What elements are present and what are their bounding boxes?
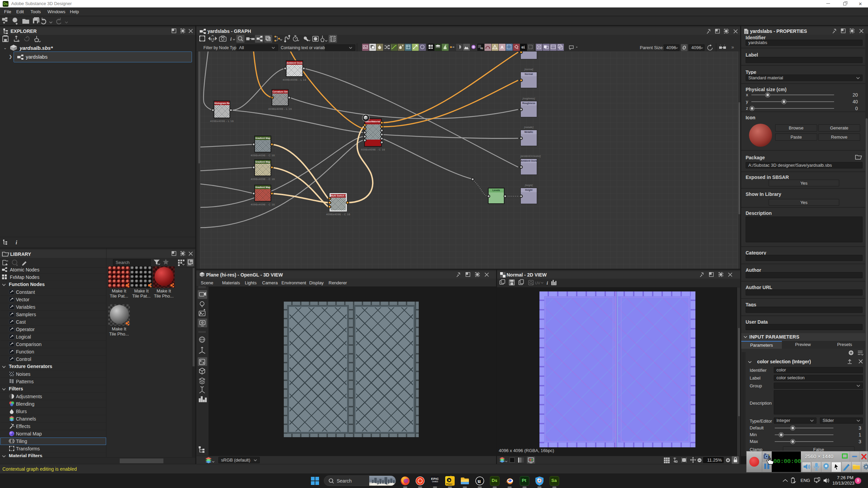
svg-text:UV: UV xyxy=(535,281,540,285)
svg-text:01: 01 xyxy=(480,47,483,49)
svg-text:A: A xyxy=(500,45,504,50)
svg-text:i: i xyxy=(547,280,548,286)
svg-text:i: i xyxy=(230,36,232,42)
svg-text:01: 01 xyxy=(521,46,525,49)
svg-text:1:1: 1:1 xyxy=(210,37,215,41)
svg-text:u: u xyxy=(478,478,481,484)
svg-text:i: i xyxy=(16,239,17,246)
